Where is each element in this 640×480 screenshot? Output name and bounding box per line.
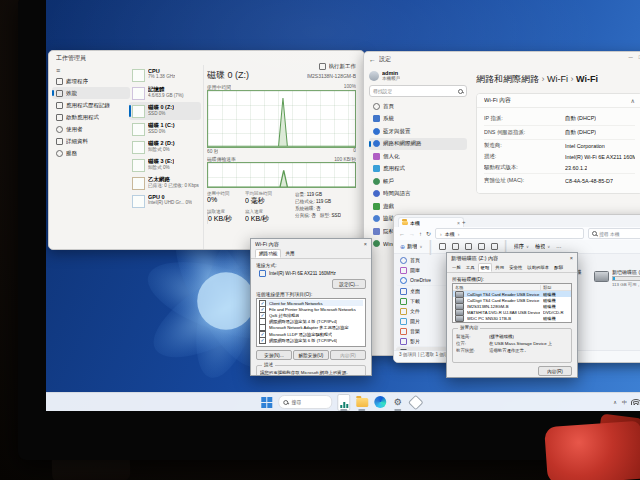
- settings-nav-time-language[interactable]: 時間與語言: [369, 188, 467, 201]
- perf-entry-cpu[interactable]: CPU7% 1.38 GHz: [129, 66, 201, 84]
- sidebar-desktop[interactable]: 桌面: [396, 286, 448, 296]
- nav-item-details[interactable]: 詳細資料: [52, 135, 130, 147]
- connection-items-listbox[interactable]: ✓Client for Microsoft Networks ✓File and…: [256, 298, 366, 347]
- sidebar-pictures[interactable]: 圖片: [396, 316, 448, 326]
- settings-nav-accounts[interactable]: 帳戶: [369, 175, 467, 188]
- sort-button[interactable]: 排序∨: [514, 243, 529, 250]
- tab-hardware[interactable]: 硬體: [478, 263, 493, 272]
- view-button[interactable]: 檢視∨: [535, 243, 550, 250]
- perf-entry-disk2[interactable]: 磁碟 2 (D:)卸除式 0%: [129, 138, 201, 156]
- perf-entry-disk0[interactable]: 磁碟 0 (Z:)SSD 0%: [129, 102, 201, 120]
- drives-listbox[interactable]: 名稱 類型 CalDigit TS4 Card Reader USB Devic…: [452, 283, 572, 323]
- close-icon[interactable]: ×: [364, 241, 367, 247]
- copy-icon[interactable]: [452, 243, 459, 250]
- nav-item-users[interactable]: 使用者: [52, 123, 130, 135]
- perf-entry-disk1[interactable]: 磁碟 1 (C:)SSD 0%: [129, 120, 201, 138]
- sidebar-documents[interactable]: 文件: [396, 306, 448, 316]
- tab-quota[interactable]: 配額: [552, 264, 565, 271]
- configure-button[interactable]: 設定(C)...: [332, 279, 366, 289]
- drive-row[interactable]: WDC PC SN530 1TB-B磁碟機: [453, 316, 571, 322]
- delete-icon[interactable]: [491, 243, 498, 250]
- sidebar-downloads[interactable]: 下載: [396, 296, 448, 306]
- settings-nav-home[interactable]: 首頁: [369, 100, 467, 113]
- settings-nav-network[interactable]: 網路和網際網路: [369, 138, 467, 151]
- tab-sharing[interactable]: 共用: [282, 250, 297, 257]
- startup-apps-icon: [56, 114, 63, 121]
- perf-entry-gpu0[interactable]: GPU 0Intel(R) UHD Gr... 0%: [129, 192, 201, 210]
- cut-icon[interactable]: [439, 243, 446, 250]
- forward-icon[interactable]: →: [409, 231, 415, 237]
- settings-search-input[interactable]: 尋找設定: [369, 85, 467, 97]
- tab-security[interactable]: 安全性: [507, 264, 524, 271]
- protocol-item[interactable]: Microsoft Network Adapter 多工器通訊協定: [259, 325, 363, 331]
- paste-icon[interactable]: [465, 243, 472, 250]
- perf-entry-disk3[interactable]: 磁碟 3 (E:)卸除式 0%: [129, 156, 201, 174]
- edge-browser-icon: [374, 396, 386, 408]
- settings-nav-apps[interactable]: 應用程式: [369, 163, 467, 176]
- sidebar-home[interactable]: 首頁: [396, 255, 448, 265]
- wifi-card-header[interactable]: Wi-Fi 內容 ∧: [477, 94, 640, 108]
- address-breadcrumb[interactable]: ›本機›: [435, 228, 584, 239]
- taskbar-task-manager[interactable]: [337, 396, 350, 409]
- up-icon[interactable]: ↑: [419, 231, 422, 237]
- perf-entry-memory[interactable]: 記憶體4.6/63.9 GB (7%): [129, 84, 201, 102]
- close-icon[interactable]: ×: [570, 255, 573, 261]
- nav-item-performance[interactable]: 效能: [52, 87, 130, 99]
- nav-item-startup-apps[interactable]: 啟動應用程式: [52, 111, 130, 123]
- all-drives-label: 所有磁碟機(D):: [452, 276, 572, 282]
- tab-sharing[interactable]: 共用: [493, 264, 506, 271]
- rename-icon[interactable]: [478, 243, 485, 250]
- taskbar-settings[interactable]: ⚙: [391, 396, 404, 409]
- gallery-icon: [400, 267, 407, 274]
- back-icon[interactable]: ←: [399, 231, 405, 237]
- hamburger-icon[interactable]: ≡: [52, 66, 130, 75]
- ime-indicator[interactable]: 中: [622, 399, 627, 405]
- protocol-item[interactable]: ✓File and Printer Sharing for Microsoft …: [259, 306, 363, 312]
- new-tab-icon[interactable]: +: [462, 219, 466, 225]
- nav-item-services[interactable]: 服務: [52, 147, 130, 159]
- uninstall-button[interactable]: 解除安裝(U): [293, 350, 329, 360]
- new-button[interactable]: ⊕新增∨: [400, 243, 422, 250]
- more-button[interactable]: ⋯: [556, 244, 561, 250]
- account-profile[interactable]: admin本機帳戶: [369, 68, 467, 83]
- hidden-icons-caret[interactable]: ∧: [613, 399, 617, 405]
- drive-row[interactable]: CalDigit TS4 Card Reader USB Device磁碟機: [453, 297, 571, 303]
- tab-general[interactable]: 一般: [450, 264, 463, 271]
- drive-z-tile[interactable]: 新增磁碟區 (Z:) 113 GB 可用，共 118 GB: [592, 267, 640, 289]
- install-button[interactable]: 安裝(N)...: [256, 350, 292, 360]
- device-properties-button[interactable]: 內容(R): [538, 366, 572, 376]
- tab-networking[interactable]: 網路功能: [255, 249, 281, 258]
- sidebar-music[interactable]: 音樂: [396, 326, 448, 336]
- nav-item-app-history[interactable]: 應用程式歷程記錄: [52, 99, 130, 111]
- item-properties-button[interactable]: 內容(R): [330, 350, 366, 360]
- explorer-search-input[interactable]: 搜尋 本機: [588, 228, 640, 239]
- settings-nav-gaming[interactable]: 遊戲: [369, 200, 467, 213]
- sidebar-videos[interactable]: 影片: [396, 336, 448, 347]
- protocol-item[interactable]: ✓網際網路通訊協定第 6 版 (TCP/IPv6): [259, 337, 363, 343]
- start-button[interactable]: [260, 396, 273, 409]
- taskbar-file-explorer[interactable]: [355, 396, 368, 409]
- breadcrumb-wifi[interactable]: Wi-Fi: [547, 74, 568, 84]
- wifi-status-icon[interactable]: [632, 399, 640, 405]
- drive-row[interactable]: CalDigit TS4 Card Reader USB Device磁碟機: [453, 291, 571, 297]
- settings-nav-bluetooth[interactable]: 藍牙與裝置: [369, 125, 467, 138]
- settings-nav-personalization[interactable]: 個人化: [369, 150, 467, 163]
- tab-tools[interactable]: 工具: [464, 264, 477, 271]
- tab-close-icon[interactable]: ×: [457, 220, 460, 226]
- back-icon[interactable]: ←: [369, 56, 376, 63]
- refresh-icon[interactable]: ↻: [426, 230, 431, 237]
- drive-row[interactable]: MATSHITA DVD-R UJ-8A8 USB DeviceDVD/CD-R: [453, 310, 571, 316]
- taskbar-search[interactable]: 搜尋: [278, 395, 332, 409]
- taskbar-edge[interactable]: [373, 396, 386, 409]
- checkbox-checked[interactable]: ✓: [259, 337, 266, 344]
- settings-nav-system[interactable]: 系統: [369, 113, 467, 126]
- nav-item-processes[interactable]: 處理程序: [52, 75, 130, 87]
- sidebar-onedrive[interactable]: OneDrive: [396, 275, 448, 286]
- tab-previous-versions[interactable]: 以前的版本: [525, 264, 551, 271]
- breadcrumb-network[interactable]: 網路和網際網路: [476, 74, 539, 84]
- perf-entry-ethernet[interactable]: 乙太網路已傳送: 0 已接收: 0 Kbps: [129, 174, 201, 192]
- minimize-icon[interactable]: ─: [629, 54, 633, 60]
- sidebar-gallery[interactable]: 圖庫: [396, 265, 448, 275]
- taskbar-app[interactable]: [409, 396, 422, 409]
- drive-row[interactable]: IM2S3138N-128GM-B磁碟機: [453, 303, 571, 309]
